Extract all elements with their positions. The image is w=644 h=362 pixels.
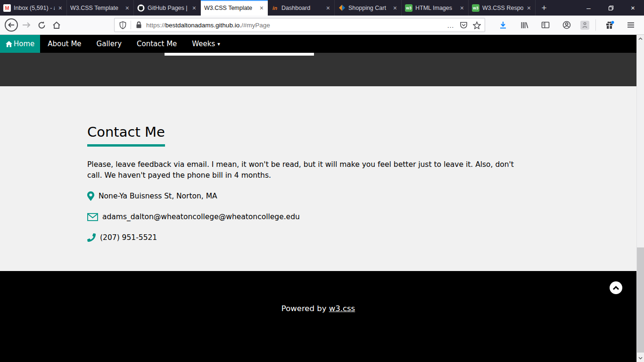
map-pin-icon <box>87 191 94 201</box>
tracking-shield-icon[interactable] <box>117 20 128 30</box>
vertical-scrollbar[interactable] <box>636 35 644 362</box>
browser-tab-bar: M Inbox (5,591) - a × W3.CSS Template × … <box>0 0 644 16</box>
tab-title: Dashboard <box>281 5 322 11</box>
site-footer: Powered by w3.css <box>0 271 636 362</box>
tab-title: Shopping Cart <box>348 5 389 11</box>
nav-item-contact-me[interactable]: Contact Me <box>129 35 184 53</box>
previous-section-band <box>0 53 636 86</box>
powered-by-text: Powered by w3.css <box>0 271 636 313</box>
tab-html-images[interactable]: w3 HTML Images × <box>402 0 469 16</box>
site-navbar: Home About Me Gallery Contact Me Weeks ▾ <box>0 35 636 53</box>
close-window-button[interactable]: × <box>622 0 644 16</box>
nav-item-weeks-dropdown[interactable]: Weeks ▾ <box>184 35 227 53</box>
url-domain: bestdaltonadams.github.io. <box>165 22 241 29</box>
download-icon[interactable] <box>495 17 511 33</box>
scrollbar-thumb[interactable] <box>637 247 644 353</box>
lock-icon[interactable] <box>134 20 143 30</box>
envelope-icon <box>87 213 98 221</box>
scrollbar-up-arrow-icon[interactable] <box>637 35 644 42</box>
tab-w3css-responsive[interactable]: w3 W3.CSS Respon × <box>469 0 536 16</box>
tab-close-icon[interactable]: × <box>392 4 398 12</box>
tab-title: Inbox (5,591) - a <box>14 5 55 11</box>
phone-text: (207) 951-5521 <box>100 233 157 242</box>
contact-phone-row: (207) 951-5521 <box>87 232 537 243</box>
chevron-down-icon: ▾ <box>217 41 220 47</box>
tab-title: W3.CSS Respon <box>482 5 523 11</box>
nav-weeks-label: Weeks <box>192 40 215 48</box>
scroll-to-top-button[interactable] <box>610 281 622 294</box>
restore-button[interactable] <box>600 0 622 16</box>
email-text: adams_dalton@wheatoncollege@wheatoncolle… <box>102 213 300 221</box>
tab-title: GitHub Pages | W <box>148 5 189 11</box>
contact-address-row: None-Ya Buisness St, Norton, MA <box>87 190 537 202</box>
tab-close-icon[interactable]: × <box>325 4 331 12</box>
pocket-icon[interactable] <box>458 20 469 30</box>
nav-item-about-me[interactable]: About Me <box>40 35 89 53</box>
minimize-button[interactable]: – <box>578 0 600 16</box>
url-text[interactable]: https://bestdaltonadams.github.io./#myPa… <box>146 22 443 29</box>
contact-paragraph: Please, leave feedback via email. I mean… <box>87 159 529 181</box>
tab-close-icon[interactable]: × <box>526 4 532 12</box>
nav-home-label: Home <box>14 40 34 48</box>
nav-about-label: About Me <box>48 40 81 48</box>
url-path: /#myPage <box>241 22 270 29</box>
tab-w3css-template-active[interactable]: W3.CSS Template × <box>201 0 268 16</box>
address-text: None-Ya Buisness St, Norton, MA <box>99 192 217 200</box>
house-icon <box>6 41 12 47</box>
back-button[interactable] <box>4 17 19 33</box>
tab-close-icon[interactable]: × <box>191 4 197 12</box>
nav-gallery-label: Gallery <box>97 40 122 48</box>
toolbar-icon-cluster <box>495 17 638 33</box>
nav-contact-label: Contact Me <box>137 40 177 48</box>
forward-button[interactable] <box>19 17 34 33</box>
window-controls: – × <box>578 0 644 16</box>
github-icon <box>137 4 145 12</box>
web-page: Home About Me Gallery Contact Me Weeks ▾… <box>0 35 636 362</box>
tab-dashboard[interactable]: in Dashboard × <box>268 0 335 16</box>
tab-title: HTML Images <box>415 5 456 11</box>
whats-new-gift-icon[interactable] <box>602 17 617 33</box>
tab-close-icon[interactable]: × <box>124 4 130 12</box>
tab-close-icon[interactable]: × <box>58 4 63 12</box>
bookmark-star-icon[interactable] <box>471 20 482 30</box>
gmail-icon: M <box>3 4 11 12</box>
tab-title: W3.CSS Template <box>204 5 256 11</box>
section-title-underline <box>165 53 314 56</box>
nav-item-gallery[interactable]: Gallery <box>89 35 129 53</box>
dashboard-favicon-icon: in <box>271 4 279 12</box>
library-icon[interactable] <box>517 17 532 33</box>
account-icon[interactable] <box>559 17 574 33</box>
refresh-icon[interactable] <box>34 17 49 33</box>
tab-w3css-template-1[interactable]: W3.CSS Template × <box>67 0 134 16</box>
w3schools-icon: w3 <box>405 4 413 12</box>
home-button[interactable] <box>49 17 64 33</box>
extension-icon[interactable] <box>580 21 589 30</box>
shopping-cart-favicon-icon <box>338 4 346 12</box>
address-bar[interactable]: https://bestdaltonadams.github.io./#myPa… <box>114 18 485 32</box>
tab-title: W3.CSS Template <box>70 5 122 11</box>
powered-by-prefix: Powered by <box>281 304 329 313</box>
sidebar-icon[interactable] <box>538 17 553 33</box>
menu-hamburger-icon[interactable] <box>623 17 638 33</box>
browser-viewport: Home About Me Gallery Contact Me Weeks ▾… <box>0 35 644 362</box>
nav-item-home[interactable]: Home <box>0 35 40 53</box>
tab-github-pages[interactable]: GitHub Pages | W × <box>134 0 201 16</box>
page-title: Contact Me <box>87 124 165 147</box>
scrollbar-down-arrow-icon[interactable] <box>637 354 644 362</box>
contact-section: Contact Me Please, leave feedback via em… <box>0 86 636 271</box>
chevron-up-icon <box>612 286 619 290</box>
browser-toolbar: https://bestdaltonadams.github.io./#myPa… <box>0 16 644 35</box>
tab-close-icon[interactable]: × <box>459 4 465 12</box>
contact-email-row: adams_dalton@wheatoncollege@wheatoncolle… <box>87 211 537 222</box>
phone-icon <box>87 233 96 242</box>
tab-shopping-cart[interactable]: Shopping Cart × <box>335 0 402 16</box>
new-tab-button[interactable]: + <box>536 0 553 16</box>
tab-close-icon[interactable]: × <box>259 4 264 12</box>
w3css-link[interactable]: w3.css <box>329 304 355 313</box>
w3schools-icon: w3 <box>472 4 479 12</box>
url-scheme: https:// <box>146 22 165 29</box>
page-actions-icon[interactable]: … <box>446 21 455 29</box>
tab-inbox[interactable]: M Inbox (5,591) - a × <box>0 0 67 16</box>
